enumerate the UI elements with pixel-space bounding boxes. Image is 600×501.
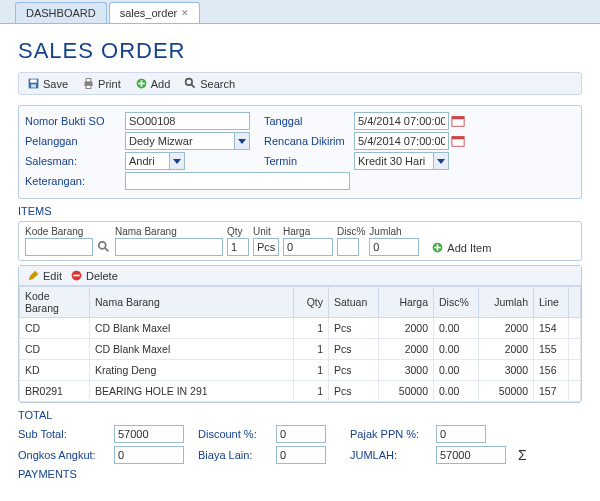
discount-input[interactable] (276, 425, 326, 443)
label-qty: Qty (227, 226, 249, 237)
subtotal-input[interactable] (114, 425, 184, 443)
col-nama[interactable]: Nama Barang (90, 287, 294, 318)
svg-rect-19 (435, 247, 442, 249)
label-pelanggan: Pelanggan (25, 135, 125, 147)
header-form: Nomor Bukti SO Tanggal Pelanggan Rencana… (18, 105, 582, 199)
section-items: ITEMS (18, 205, 582, 217)
svg-rect-22 (73, 275, 80, 277)
plus-icon (135, 77, 148, 90)
col-qty[interactable]: Qty (294, 287, 329, 318)
toolbar: Save Print Add Search (18, 72, 582, 95)
label-ongkos: Ongkos Angkut: (18, 449, 108, 461)
label-biaya: Biaya Lain: (198, 449, 270, 461)
calendar-icon[interactable] (451, 134, 465, 148)
tanggal-input[interactable] (354, 112, 449, 130)
label-tanggal: Tanggal (264, 115, 354, 127)
svg-point-15 (99, 242, 106, 249)
label-jumlah: Jumlah (369, 226, 419, 237)
col-satuan[interactable]: Satuan (329, 287, 379, 318)
save-button[interactable]: Save (21, 75, 74, 92)
label-disc: Disc% (337, 226, 365, 237)
add-button[interactable]: Add (129, 75, 177, 92)
svg-rect-1 (30, 79, 37, 82)
nomor-bukti-input[interactable] (125, 112, 250, 130)
label-kode: Kode Barang (25, 226, 93, 237)
label-ppn: Pajak PPN %: (350, 428, 430, 440)
col-jumlah[interactable]: Jumlah (479, 287, 534, 318)
label-subtotal: Sub Total: (18, 428, 108, 440)
svg-rect-8 (138, 83, 145, 85)
chevron-down-icon (173, 159, 181, 164)
col-disc[interactable]: Disc% (434, 287, 479, 318)
table-row[interactable]: CDCD Blank Maxel1Pcs20000.002000155 (20, 339, 581, 360)
tab-dashboard[interactable]: DASHBOARD (15, 2, 107, 23)
disc-input[interactable] (337, 238, 359, 256)
pelanggan-dropdown[interactable] (235, 132, 250, 150)
delete-button[interactable]: Delete (70, 269, 118, 282)
kode-input[interactable] (25, 238, 93, 256)
label-termin: Termin (264, 155, 354, 167)
svg-rect-14 (452, 137, 464, 140)
unit-input[interactable] (253, 238, 279, 256)
label-keterangan: Keterangan: (25, 175, 125, 187)
salesman-input[interactable] (125, 152, 170, 170)
label-jumlah-total: JUMLAH: (350, 449, 430, 461)
minus-icon (70, 269, 83, 282)
pencil-icon (27, 269, 40, 282)
plus-icon (431, 241, 444, 254)
add-item-button[interactable]: Add Item (431, 241, 491, 254)
section-total: TOTAL (18, 409, 582, 421)
col-kode[interactable]: Kode Barang (20, 287, 90, 318)
search-button[interactable]: Search (178, 75, 241, 92)
svg-line-16 (105, 248, 109, 252)
svg-rect-4 (86, 79, 91, 82)
svg-rect-2 (31, 84, 36, 87)
section-payments: PAYMENTS (18, 468, 582, 480)
close-icon[interactable]: ✕ (181, 8, 189, 18)
search-icon (184, 77, 197, 90)
svg-rect-12 (452, 117, 464, 120)
ongkos-input[interactable] (114, 446, 184, 464)
table-row[interactable]: CDCD Blank Maxel1Pcs20000.002000154 (20, 318, 581, 339)
items-grid: Edit Delete Kode Barang Nama Barang Qty … (18, 265, 582, 403)
svg-marker-20 (29, 271, 39, 281)
qty-input[interactable] (227, 238, 249, 256)
chevron-down-icon (437, 159, 445, 164)
svg-line-10 (192, 84, 195, 87)
page-title: SALES ORDER (18, 38, 582, 64)
label-nomor-bukti: Nomor Bukti SO (25, 115, 125, 127)
label-harga: Harga (283, 226, 333, 237)
lookup-icon[interactable] (97, 240, 111, 254)
col-harga[interactable]: Harga (379, 287, 434, 318)
jumlah-total-input[interactable] (436, 446, 506, 464)
print-icon (82, 77, 95, 90)
tab-bar: DASHBOARD sales_order✕ (0, 0, 600, 24)
biaya-input[interactable] (276, 446, 326, 464)
termin-input[interactable] (354, 152, 434, 170)
print-button[interactable]: Print (76, 75, 127, 92)
label-nama: Nama Barang (115, 226, 223, 237)
nama-input[interactable] (115, 238, 223, 256)
harga-input[interactable] (283, 238, 333, 256)
keterangan-input[interactable] (125, 172, 350, 190)
col-spacer (569, 287, 581, 318)
col-line[interactable]: Line (534, 287, 569, 318)
ppn-input[interactable] (436, 425, 486, 443)
calendar-icon[interactable] (451, 114, 465, 128)
jumlah-input[interactable] (369, 238, 419, 256)
sigma-icon[interactable]: Σ (518, 447, 527, 463)
salesman-dropdown[interactable] (170, 152, 185, 170)
chevron-down-icon (238, 139, 246, 144)
table-row[interactable]: BR0291BEARING HOLE IN 2911Pcs500000.0050… (20, 381, 581, 402)
edit-button[interactable]: Edit (27, 269, 62, 282)
save-icon (27, 77, 40, 90)
table-row[interactable]: KDKrating Deng1Pcs30000.003000156 (20, 360, 581, 381)
tab-sales-order[interactable]: sales_order✕ (109, 2, 200, 23)
items-table: Kode Barang Nama Barang Qty Satuan Harga… (19, 286, 581, 402)
pelanggan-input[interactable] (125, 132, 235, 150)
label-discount: Discount %: (198, 428, 270, 440)
label-unit: Unit (253, 226, 279, 237)
rencana-input[interactable] (354, 132, 449, 150)
svg-rect-5 (86, 85, 91, 88)
termin-dropdown[interactable] (434, 152, 449, 170)
